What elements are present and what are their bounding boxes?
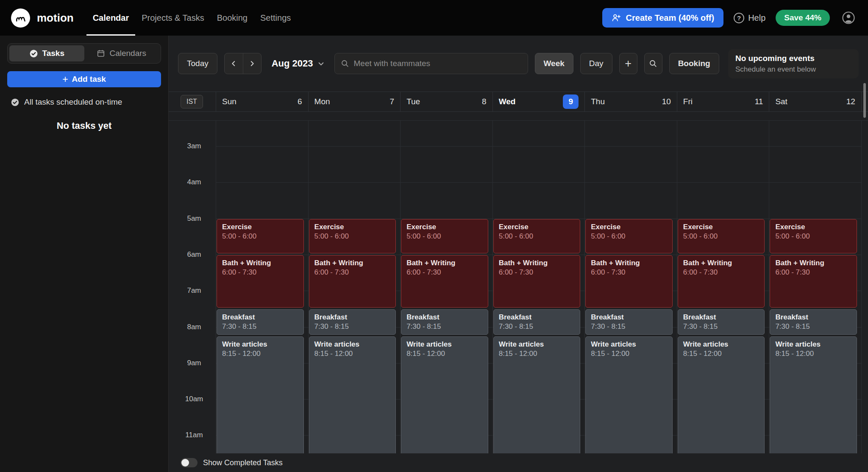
event-block[interactable]: Exercise5:00 - 6:00 [770,219,857,253]
event-block[interactable]: Exercise5:00 - 6:00 [217,219,304,253]
hour-label: 9am [173,358,215,368]
event-time: 8:15 - 12:00 [499,349,575,358]
day-column-header[interactable]: Sun6 [216,92,308,111]
event-block[interactable]: Write articles8:15 - 12:00 [770,336,857,453]
event-block[interactable]: Write articles8:15 - 12:00 [678,336,765,453]
day-column-header[interactable]: Sat12 [769,92,861,111]
hour-gridline [216,182,861,183]
event-time: 5:00 - 6:00 [591,232,667,241]
day-column-header[interactable]: Wed9 [492,92,585,111]
event-block[interactable]: Exercise5:00 - 6:00 [585,219,673,253]
column-gridline [584,121,585,453]
event-title: Exercise [683,222,760,232]
no-tasks-message: No tasks yet [7,120,161,131]
chevron-right-icon [248,60,256,67]
day-name: Mon [314,97,330,106]
create-team-button[interactable]: Create Team (40% off) [602,8,724,28]
event-block[interactable]: Exercise5:00 - 6:00 [401,219,488,253]
event-block[interactable]: Bath + Writing6:00 - 7:30 [493,255,581,308]
event-time: 5:00 - 6:00 [222,232,298,241]
event-title: Bath + Writing [775,258,851,268]
prev-week-button[interactable] [225,53,243,74]
day-column-header[interactable]: Fri11 [677,92,769,111]
search-icon [341,59,349,68]
event-block[interactable]: Bath + Writing6:00 - 7:30 [770,255,857,308]
calendar-grid[interactable]: 3am4am5am6am7am8am9am10am11amExercise5:0… [169,120,868,453]
timezone-badge[interactable]: IST [181,95,203,108]
day-name: Thu [591,97,605,106]
event-time: 5:00 - 6:00 [683,232,760,241]
brand-wordmark: motion [37,11,74,25]
nav-item-projects-tasks[interactable]: Projects & Tasks [135,0,210,36]
column-gridline [769,121,769,453]
week-view-button[interactable]: Week [535,53,573,74]
nav-item-settings[interactable]: Settings [254,0,297,36]
event-block[interactable]: Bath + Writing6:00 - 7:30 [585,255,673,308]
event-block[interactable]: Write articles8:15 - 12:00 [217,336,304,453]
vertical-scrollbar[interactable] [863,83,866,118]
day-column-header[interactable]: Mon7 [308,92,401,111]
event-block[interactable]: Exercise5:00 - 6:00 [678,219,765,253]
event-title: Exercise [775,222,851,232]
event-block[interactable]: Write articles8:15 - 12:00 [401,336,488,453]
upcoming-events-subtitle: Schedule an event below [735,65,851,74]
day-date: 12 [846,97,855,106]
event-block[interactable]: Breakfast7:30 - 8:15 [770,309,857,335]
event-time: 7:30 - 8:15 [314,322,391,331]
event-block[interactable]: Exercise5:00 - 6:00 [309,219,396,253]
day-date: 9 [563,94,579,109]
event-search-box[interactable] [334,53,528,74]
event-block[interactable]: Breakfast7:30 - 8:15 [217,309,304,335]
day-date: 10 [662,97,671,106]
day-column-header[interactable]: Tue8 [400,92,492,111]
event-block[interactable]: Bath + Writing6:00 - 7:30 [309,255,396,308]
event-time: 8:15 - 12:00 [222,349,298,358]
event-time: 8:15 - 12:00 [406,349,483,358]
hour-gridline [216,146,861,147]
save-discount-badge[interactable]: Save 44% [776,10,830,26]
event-block[interactable]: Breakfast7:30 - 8:15 [585,309,673,335]
search-button[interactable] [644,53,662,74]
event-search-input[interactable] [354,59,522,68]
tab-calendars[interactable]: Calendars [84,45,159,61]
add-event-button[interactable]: + [619,53,637,74]
day-view-button[interactable]: Day [580,53,612,74]
event-block[interactable]: Bath + Writing6:00 - 7:30 [678,255,765,308]
hour-label: 5am [173,214,215,223]
event-block[interactable]: Breakfast7:30 - 8:15 [678,309,765,335]
motion-logo[interactable] [11,8,30,28]
help-button[interactable]: ? Help [734,13,765,23]
event-time: 7:30 - 8:15 [775,322,851,331]
event-time: 6:00 - 7:30 [683,268,760,277]
event-block[interactable]: Write articles8:15 - 12:00 [309,336,396,453]
user-avatar-icon[interactable] [840,9,857,26]
event-block[interactable]: Write articles8:15 - 12:00 [585,336,673,453]
calendar-toolbar: Today Aug 2023 [169,36,868,92]
event-block[interactable]: Exercise5:00 - 6:00 [493,219,581,253]
booking-button[interactable]: Booking [669,53,719,74]
tab-tasks[interactable]: Tasks [9,45,84,61]
day-date: 7 [390,97,395,106]
event-time: 6:00 - 7:30 [314,268,391,277]
event-block[interactable]: Breakfast7:30 - 8:15 [493,309,581,335]
event-title: Write articles [775,339,851,349]
add-task-button[interactable]: + Add task [7,71,161,87]
event-block[interactable]: Breakfast7:30 - 8:15 [309,309,396,335]
show-completed-toggle[interactable] [181,458,198,467]
event-title: Bath + Writing [406,258,483,268]
nav-item-calendar[interactable]: Calendar [86,0,136,36]
event-block[interactable]: Write articles8:15 - 12:00 [493,336,581,453]
nav-item-booking[interactable]: Booking [211,0,254,36]
event-block[interactable]: Bath + Writing6:00 - 7:30 [401,255,488,308]
event-title: Exercise [406,222,483,232]
today-button[interactable]: Today [178,53,217,74]
event-block[interactable]: Breakfast7:30 - 8:15 [401,309,488,335]
day-column-header[interactable]: Thu10 [584,92,677,111]
event-time: 6:00 - 7:30 [499,268,575,277]
next-week-button[interactable] [243,53,261,74]
event-block[interactable]: Bath + Writing6:00 - 7:30 [217,255,304,308]
month-picker[interactable]: Aug 2023 [272,58,324,69]
hour-label: 8am [173,322,215,332]
hour-label: 11am [173,430,215,440]
event-time: 6:00 - 7:30 [406,268,483,277]
